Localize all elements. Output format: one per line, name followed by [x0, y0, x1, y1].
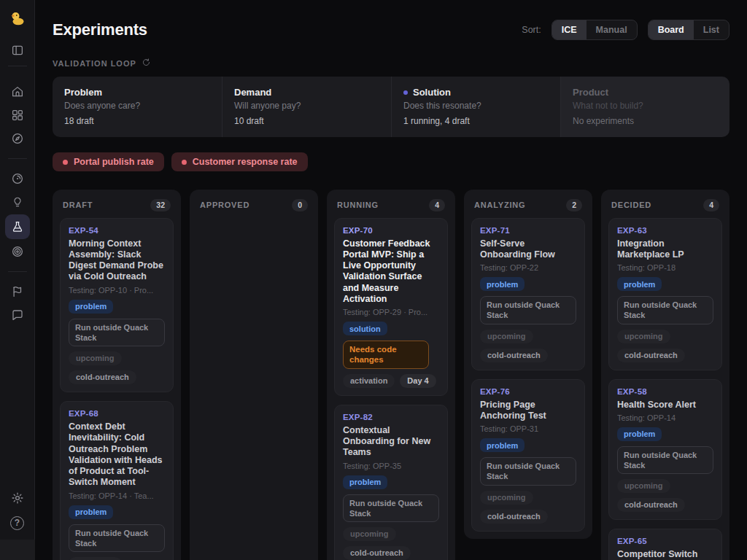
stage-name: Solution: [403, 87, 549, 98]
filter-chip-customer-response-rate[interactable]: Customer response rate: [171, 152, 308, 171]
pill-cold-outreach: cold-outreach: [480, 349, 548, 362]
pill-upcoming: upcoming: [480, 491, 533, 505]
stage-stat: 18 draft: [64, 116, 210, 126]
home-icon[interactable]: [5, 81, 30, 103]
flask-icon[interactable]: [5, 214, 30, 239]
column-header: DECIDED4: [608, 197, 722, 218]
pill-row: activationDay 4: [343, 374, 439, 388]
stage-question: Does this resonate?: [403, 101, 549, 111]
experiment-card-exp-70[interactable]: EXP-70Customer Feedback Portal MVP: Ship…: [334, 218, 448, 396]
pill-activation: activation: [343, 374, 395, 388]
run-note: Run outside Quack Stack: [617, 296, 713, 324]
target-icon[interactable]: [5, 241, 30, 262]
stage-stat: 1 running, 4 draft: [403, 116, 549, 126]
sort-option-manual[interactable]: Manual: [587, 20, 637, 39]
experiment-title: Integration Marketplace LP: [617, 238, 713, 261]
experiment-card-exp-68[interactable]: EXP-68Context Debt Inevitability: Cold O…: [60, 401, 174, 560]
pill-row: upcomingcold-outreach: [617, 479, 713, 512]
kanban-column-draft: DRAFT32EXP-54Morning Context Assembly: S…: [53, 190, 181, 560]
stage-problem[interactable]: Problem Does anyone care? 18 draft: [53, 77, 222, 137]
sidebar-footer-block: [0, 540, 35, 560]
stage-stat: No experiments: [573, 116, 718, 126]
column-count-badge: 0: [292, 199, 308, 211]
chat-icon[interactable]: [5, 304, 30, 326]
duck-logo-icon[interactable]: [5, 7, 30, 29]
tag-wrap: problem: [343, 470, 439, 489]
stage-tag-problem: problem: [617, 277, 662, 291]
pill-row: upcomingcold-outreach: [480, 330, 576, 362]
kanban-board: DRAFT32EXP-54Morning Context Assembly: S…: [53, 190, 729, 560]
stage-tag-problem: problem: [69, 300, 113, 314]
column-title: ANALYZING: [474, 201, 525, 209]
pill-cold-outreach: cold-outreach: [617, 498, 685, 512]
pill-upcoming: upcoming: [480, 330, 533, 343]
refresh-icon[interactable]: [142, 57, 151, 70]
stage-name: Problem: [64, 87, 210, 98]
experiment-card-exp-71[interactable]: EXP-71Self-Serve Onboarding FlowTesting:…: [471, 218, 585, 370]
column-title: APPROVED: [200, 201, 249, 209]
radar-icon[interactable]: [5, 168, 30, 190]
run-note: Run outside Quack Stack: [480, 457, 576, 486]
experiment-testing-ref: Testing: OPP-14 · Tea...: [69, 491, 165, 500]
column-title: RUNNING: [337, 201, 379, 209]
stage-question: Does anyone care?: [64, 101, 210, 111]
experiment-card-exp-76[interactable]: EXP-76Pricing Page Anchoring TestTesting…: [471, 379, 585, 532]
kanban-column-approved: APPROVED0: [190, 190, 318, 560]
pill-row: upcomingcold-outreach: [480, 491, 576, 524]
stage-question: Will anyone pay?: [234, 101, 379, 111]
tag-wrap: problem: [69, 295, 165, 314]
experiment-card-exp-63[interactable]: EXP-63Integration Marketplace LPTesting:…: [608, 218, 722, 370]
flag-icon[interactable]: [5, 281, 30, 303]
experiment-testing-ref: Testing: OPP-22: [480, 263, 576, 272]
column-count-badge: 2: [566, 199, 582, 211]
divider: [8, 66, 27, 66]
view-option-list[interactable]: List: [694, 20, 729, 39]
experiment-card-exp-54[interactable]: EXP-54Morning Context Assembly: Slack Di…: [60, 218, 174, 393]
pill-upcoming: upcoming: [69, 351, 122, 365]
sort-option-ice[interactable]: ICE: [552, 20, 587, 39]
pill-upcoming: upcoming: [343, 527, 396, 541]
view-toggle: Board List: [648, 20, 729, 40]
run-note: Run outside Quack Stack: [617, 446, 713, 475]
settings-gear-icon[interactable]: [5, 487, 30, 509]
column-count-badge: 4: [429, 199, 445, 211]
experiment-testing-ref: Testing: OPP-18: [617, 263, 713, 272]
lightbulb-icon[interactable]: [5, 191, 30, 213]
column-title: DECIDED: [611, 201, 651, 209]
stage-tag-problem: problem: [480, 277, 525, 291]
help-icon[interactable]: ?: [5, 512, 30, 534]
column-count-badge: 32: [150, 199, 171, 211]
stage-solution[interactable]: Solution Does this resonate? 1 running, …: [391, 77, 560, 137]
pill-cold-outreach: cold-outreach: [480, 510, 548, 524]
stage-name: Demand: [234, 87, 379, 98]
experiment-testing-ref: Testing: OPP-31: [480, 424, 576, 433]
experiment-card-exp-82[interactable]: EXP-82Contextual Onboarding for New Team…: [334, 405, 448, 560]
compass-icon[interactable]: [5, 128, 30, 149]
panel-toggle-icon[interactable]: [5, 39, 30, 61]
divider: [8, 158, 27, 159]
top-controls: Sort: ICE Manual Board List: [522, 20, 729, 40]
experiment-testing-ref: Testing: OPP-35: [343, 462, 439, 470]
experiment-id: EXP-68: [69, 409, 165, 418]
stage-tag-solution: solution: [343, 322, 387, 335]
experiment-card-exp-65[interactable]: EXP-65Competitor Switch IncentiveTesting…: [608, 529, 722, 560]
column-header: RUNNING4: [334, 197, 448, 218]
validation-loop-header: VALIDATION LOOP: [53, 57, 729, 70]
experiment-id: EXP-54: [69, 226, 165, 235]
stage-product[interactable]: Product What not to build? No experiment…: [560, 77, 729, 137]
dashboard-icon[interactable]: [5, 104, 30, 126]
pill-cold-outreach: cold-outreach: [343, 546, 411, 560]
stage-demand[interactable]: Demand Will anyone pay? 10 draft: [222, 77, 391, 137]
column-header: ANALYZING2: [471, 197, 585, 218]
kanban-column-running: RUNNING4EXP-70Customer Feedback Portal M…: [327, 190, 455, 560]
pill-upcoming: upcoming: [69, 557, 122, 560]
experiment-title: Pricing Page Anchoring Test: [480, 400, 576, 422]
experiment-card-exp-58[interactable]: EXP-58Health Score AlertTesting: OPP-14p…: [608, 379, 722, 521]
experiment-id: EXP-76: [480, 387, 576, 396]
experiment-title: Context Debt Inevitability: Cold Outreac…: [69, 421, 165, 489]
view-option-board[interactable]: Board: [649, 20, 694, 39]
experiment-title: Contextual Onboarding for New Teams: [343, 425, 439, 459]
filter-chip-portal-publish-rate[interactable]: Portal publish rate: [53, 152, 164, 171]
experiment-testing-ref: Testing: OPP-29 · Pro...: [343, 308, 439, 316]
tag-wrap: problem: [69, 500, 165, 519]
